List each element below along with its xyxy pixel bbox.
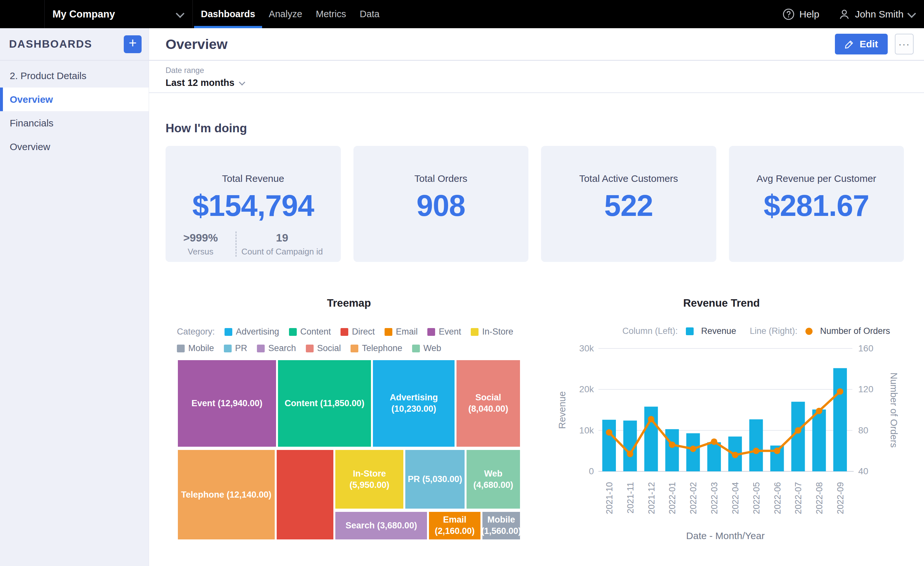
more-options-button[interactable]: ··· bbox=[895, 34, 914, 54]
help-button[interactable]: Help bbox=[782, 8, 819, 20]
right-axis-tick: 160 bbox=[858, 343, 873, 353]
kpi-total-orders[interactable]: Total Orders 908 bbox=[354, 146, 529, 262]
treemap-legend-item-social[interactable]: Social bbox=[306, 343, 341, 353]
treemap-block-pr: PR (5,030.00) bbox=[404, 449, 466, 510]
treemap-legend-item-in-store[interactable]: In-Store bbox=[471, 327, 513, 337]
treemap-legend-item-advertising[interactable]: Advertising bbox=[225, 327, 279, 337]
x-tick-label: 2022-05 bbox=[752, 482, 761, 514]
treemap-block-label: Telephone (12,140.00) bbox=[181, 489, 272, 501]
legend-swatch bbox=[428, 328, 435, 336]
date-range-label: Date range bbox=[165, 66, 924, 75]
help-icon bbox=[782, 8, 795, 20]
x-tick-label: 2021-11 bbox=[626, 482, 635, 513]
workspace-selector[interactable]: My Company bbox=[45, 0, 193, 28]
treemap-legend-item-web[interactable]: Web bbox=[412, 343, 441, 353]
treemap-title: Treemap bbox=[177, 297, 521, 309]
main-nav-tabs: Dashboards Analyze Metrics Data bbox=[194, 0, 387, 28]
treemap-block-label: Mobile (1,560.00) bbox=[482, 514, 521, 537]
right-axis-tick: 40 bbox=[858, 466, 868, 476]
kpi-total-active-customers[interactable]: Total Active Customers 522 bbox=[541, 146, 716, 262]
left-axis-tick: 0 bbox=[589, 466, 594, 476]
x-tick-label: 2021-12 bbox=[646, 482, 656, 514]
treemap-legend-item-email[interactable]: Email bbox=[385, 327, 418, 337]
x-tick-label: 2022-03 bbox=[710, 482, 719, 514]
user-icon bbox=[838, 8, 850, 20]
bar-2022-08 bbox=[812, 409, 826, 471]
treemap-chart: Advertising (10,230.00)Content (11,850.0… bbox=[177, 359, 521, 540]
orders-point-2021-12 bbox=[648, 416, 654, 422]
x-tick-label: 2022-09 bbox=[836, 482, 845, 514]
kpi-compare: >999% Versus bbox=[165, 232, 236, 257]
kpi-row: Total Revenue $154,794 >999% Versus 19 C… bbox=[165, 146, 904, 262]
legend-label: Search bbox=[268, 343, 296, 353]
tab-dashboards[interactable]: Dashboards bbox=[194, 0, 262, 28]
kpi-secondary: 19 Count of Campaign id bbox=[237, 232, 327, 257]
orders-point-2021-11 bbox=[627, 451, 633, 457]
legend-label: PR bbox=[235, 343, 248, 353]
orders-point-2022-01 bbox=[669, 441, 675, 448]
treemap-widget: Treemap Category: AdvertisingContentDire… bbox=[165, 297, 522, 558]
legend-label: Telephone bbox=[362, 343, 402, 353]
legend-label: Web bbox=[423, 343, 441, 353]
x-tick-label: 2022-06 bbox=[773, 482, 782, 514]
trend-legend-item-revenue[interactable]: Column (Left): Revenue bbox=[622, 326, 736, 336]
treemap-legend-item-search[interactable]: Search bbox=[257, 343, 296, 353]
treemap-block-label: Event (12,940.00) bbox=[192, 398, 262, 409]
treemap-block-label: PR (5,030.00) bbox=[408, 474, 462, 485]
revenue-swatch bbox=[686, 327, 694, 335]
orders-point-2022-02 bbox=[690, 446, 696, 452]
sidebar-item-overview-2[interactable]: Overview bbox=[0, 135, 149, 158]
treemap-legend-item-mobile[interactable]: Mobile bbox=[177, 343, 214, 353]
chevron-down-icon bbox=[239, 79, 245, 85]
orders-point-2022-08 bbox=[816, 408, 822, 414]
treemap-block-direct bbox=[276, 449, 334, 540]
treemap-block-web: Web (4,680.00) bbox=[466, 449, 521, 510]
edit-button[interactable]: Edit bbox=[835, 34, 888, 54]
kpi-value: $281.67 bbox=[729, 189, 904, 223]
orders-point-2021-10 bbox=[606, 429, 612, 436]
treemap-legend-item-telephone[interactable]: Telephone bbox=[351, 343, 402, 353]
user-menu[interactable]: John Smith bbox=[838, 8, 914, 20]
kpi-avg-revenue-per-customer[interactable]: Avg Revenue per Customer $281.67 bbox=[729, 146, 904, 262]
legend-label: Advertising bbox=[236, 327, 279, 337]
treemap-legend-item-content[interactable]: Content bbox=[289, 327, 331, 337]
treemap-block-label: Advertising (10,230.00) bbox=[375, 392, 453, 415]
x-tick-label: 2021-10 bbox=[604, 482, 614, 514]
date-range-selector[interactable]: Last 12 months bbox=[165, 77, 244, 88]
add-dashboard-button[interactable]: + bbox=[124, 35, 142, 53]
revenue-trend-title: Revenue Trend bbox=[551, 297, 924, 309]
sidebar-item-overview-selected[interactable]: Overview bbox=[0, 87, 149, 111]
x-tick-label: 2022-02 bbox=[688, 482, 698, 514]
dashboard-header: Overview Edit ··· bbox=[149, 28, 924, 61]
orders-swatch bbox=[806, 328, 813, 335]
sidebar-item-product-details[interactable]: 2. Product Details bbox=[0, 64, 149, 87]
treemap-legend-item-pr[interactable]: PR bbox=[224, 343, 248, 353]
left-axis-tick: 10k bbox=[579, 425, 594, 435]
legend-swatch bbox=[177, 345, 184, 352]
top-navigation-bar: My Company Dashboards Analyze Metrics Da… bbox=[0, 0, 924, 28]
tab-analyze[interactable]: Analyze bbox=[262, 0, 309, 28]
treemap-block-advertising: Advertising (10,230.00) bbox=[372, 359, 456, 448]
header-actions: Edit ··· bbox=[835, 34, 914, 54]
right-axis-tick: 120 bbox=[858, 384, 873, 394]
tab-metrics[interactable]: Metrics bbox=[309, 0, 353, 28]
trend-legend-item-orders[interactable]: Line (Right): Number of Orders bbox=[750, 326, 890, 336]
trend-legend: Column (Left): Revenue Line (Right): Num… bbox=[551, 326, 924, 336]
sidebar-item-financials[interactable]: Financials bbox=[0, 111, 149, 135]
left-axis-tick: 30k bbox=[579, 343, 594, 353]
treemap-block-social: Social (8,040.00) bbox=[456, 359, 521, 448]
treemap-block-label: Search (3,680.00) bbox=[346, 520, 417, 531]
tab-data[interactable]: Data bbox=[353, 0, 386, 28]
treemap-block-telephone: Telephone (12,140.00) bbox=[177, 449, 276, 540]
left-axis-tick: 20k bbox=[579, 384, 594, 394]
legend-label: Social bbox=[317, 343, 341, 353]
treemap-legend-item-direct[interactable]: Direct bbox=[340, 327, 375, 337]
treemap-legend-item-event[interactable]: Event bbox=[428, 327, 461, 337]
orders-point-2022-05 bbox=[753, 448, 759, 454]
logo-area bbox=[0, 0, 45, 28]
x-axis-title: Date - Month/Year bbox=[686, 530, 765, 541]
kpi-total-revenue[interactable]: Total Revenue $154,794 >999% Versus 19 C… bbox=[165, 146, 341, 262]
dashboard-content: How I'm doing Total Revenue $154,794 >99… bbox=[149, 122, 924, 558]
kpi-footer: >999% Versus 19 Count of Campaign id bbox=[165, 232, 341, 257]
left-axis-title: Revenue bbox=[557, 391, 567, 429]
